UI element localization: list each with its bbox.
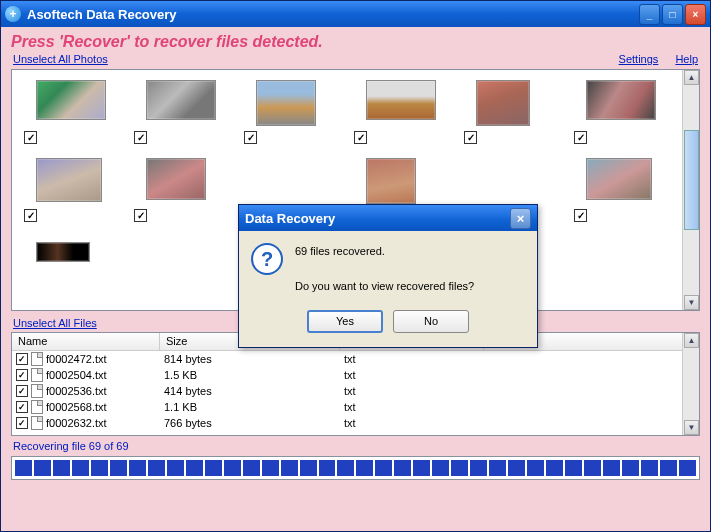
scroll-down-icon[interactable]: ▼	[684, 420, 699, 435]
dialog-line2: Do you want to view recovered files?	[295, 278, 474, 296]
thumbnail	[366, 80, 436, 120]
question-icon: ?	[251, 243, 283, 275]
progress-segment	[281, 460, 298, 476]
photo-item[interactable]	[568, 154, 678, 232]
photo-item[interactable]	[238, 76, 348, 154]
file-row[interactable]: f0002536.txt414 bytestxt	[12, 383, 699, 399]
photo-checkbox[interactable]	[134, 131, 147, 144]
progress-segment	[34, 460, 51, 476]
thumbnail	[146, 80, 216, 120]
thumbnail	[36, 242, 90, 262]
photo-checkbox[interactable]	[244, 131, 257, 144]
file-row[interactable]: f0002472.txt814 bytestxt	[12, 351, 699, 367]
close-button[interactable]: ×	[685, 4, 706, 25]
file-icon	[31, 400, 43, 414]
file-ext: txt	[340, 385, 484, 397]
window-title: Asoftech Data Recovery	[27, 7, 639, 22]
progress-segment	[622, 460, 639, 476]
file-checkbox[interactable]	[16, 401, 28, 413]
progress-bar	[11, 456, 700, 480]
file-checkbox[interactable]	[16, 353, 28, 365]
progress-segment	[319, 460, 336, 476]
unselect-all-files-link[interactable]: Unselect All Files	[13, 317, 97, 329]
photo-item[interactable]	[18, 154, 128, 232]
photo-item[interactable]	[458, 76, 568, 154]
dialog-title: Data Recovery	[245, 211, 510, 226]
yes-button[interactable]: Yes	[307, 310, 383, 333]
photo-item[interactable]	[18, 76, 128, 154]
photo-checkbox[interactable]	[574, 131, 587, 144]
maximize-button[interactable]: □	[662, 4, 683, 25]
progress-segment	[679, 460, 696, 476]
top-link-bar: Unselect All Photos Settings Help	[1, 53, 710, 69]
dialog-message: 69 files recovered. Do you want to view …	[295, 243, 474, 296]
progress-segment	[205, 460, 222, 476]
settings-link[interactable]: Settings	[619, 53, 659, 65]
photo-item[interactable]	[128, 76, 238, 154]
file-ext: txt	[340, 401, 484, 413]
progress-segment	[470, 460, 487, 476]
file-icon	[31, 416, 43, 430]
thumbnail	[586, 80, 656, 120]
dialog-line1: 69 files recovered.	[295, 243, 474, 261]
file-name: f0002504.txt	[46, 369, 107, 381]
progress-segment	[72, 460, 89, 476]
thumbnail	[476, 80, 530, 126]
file-icon	[31, 384, 43, 398]
instruction-text: Press 'Recover' to recover files detecte…	[1, 27, 710, 53]
progress-segment	[243, 460, 260, 476]
minimize-button[interactable]: _	[639, 4, 660, 25]
file-row[interactable]: f0002504.txt1.5 KBtxt	[12, 367, 699, 383]
file-row[interactable]: f0002568.txt1.1 KBtxt	[12, 399, 699, 415]
file-size: 814 bytes	[160, 353, 340, 365]
no-button[interactable]: No	[393, 310, 469, 333]
unselect-all-photos-link[interactable]: Unselect All Photos	[13, 53, 108, 65]
photo-checkbox[interactable]	[24, 131, 37, 144]
thumbnail	[366, 158, 416, 204]
progress-segment	[91, 460, 108, 476]
photo-item[interactable]	[568, 76, 678, 154]
progress-segment	[110, 460, 127, 476]
scroll-up-icon[interactable]: ▲	[684, 70, 699, 85]
file-ext: txt	[340, 353, 484, 365]
progress-segment	[432, 460, 449, 476]
column-header-name[interactable]: Name	[12, 333, 160, 350]
thumbnail	[256, 80, 316, 126]
progress-segment	[53, 460, 70, 476]
photo-checkbox[interactable]	[134, 209, 147, 222]
photo-checkbox[interactable]	[354, 131, 367, 144]
scroll-thumb[interactable]	[684, 130, 699, 230]
file-checkbox[interactable]	[16, 417, 28, 429]
file-checkbox[interactable]	[16, 385, 28, 397]
progress-segment	[129, 460, 146, 476]
progress-segment	[394, 460, 411, 476]
scroll-up-icon[interactable]: ▲	[684, 333, 699, 348]
photo-item[interactable]	[128, 154, 238, 232]
progress-segment	[300, 460, 317, 476]
progress-segment	[451, 460, 468, 476]
file-checkbox[interactable]	[16, 369, 28, 381]
progress-segment	[167, 460, 184, 476]
file-size: 414 bytes	[160, 385, 340, 397]
file-name: f0002568.txt	[46, 401, 107, 413]
photo-checkbox[interactable]	[24, 209, 37, 222]
photo-scrollbar[interactable]: ▲ ▼	[682, 70, 699, 310]
thumbnail	[146, 158, 206, 200]
progress-segment	[413, 460, 430, 476]
help-link[interactable]: Help	[675, 53, 698, 65]
scroll-down-icon[interactable]: ▼	[684, 295, 699, 310]
file-size: 1.5 KB	[160, 369, 340, 381]
photo-checkbox[interactable]	[464, 131, 477, 144]
file-ext: txt	[340, 369, 484, 381]
status-text: Recovering file 69 of 69	[1, 436, 710, 454]
progress-segment	[356, 460, 373, 476]
thumbnail	[586, 158, 652, 200]
file-row[interactable]: f0002632.txt766 bytestxt	[12, 415, 699, 431]
file-scrollbar[interactable]: ▲ ▼	[682, 333, 699, 435]
dialog-close-button[interactable]: ×	[510, 208, 531, 229]
photo-item[interactable]	[18, 232, 128, 310]
dialog-titlebar: Data Recovery ×	[239, 205, 537, 231]
photo-item[interactable]	[348, 76, 458, 154]
photo-checkbox[interactable]	[574, 209, 587, 222]
file-name: f0002472.txt	[46, 353, 107, 365]
